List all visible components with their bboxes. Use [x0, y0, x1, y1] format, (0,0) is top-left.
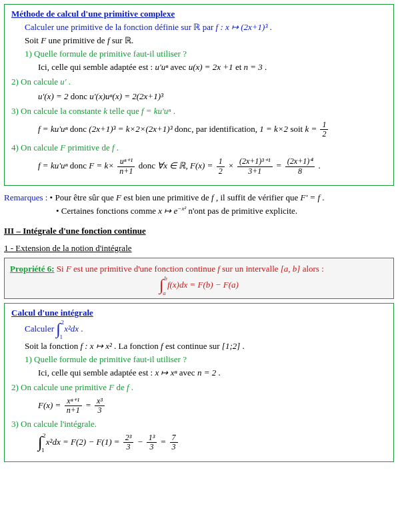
- t: .: [171, 106, 175, 116]
- t: u'(x)uⁿ(x) = 2(2x+1)³: [89, 91, 163, 101]
- int-upper: 2: [43, 432, 46, 439]
- num: 1: [217, 157, 225, 166]
- den: 3: [95, 406, 105, 415]
- t: f : x ↦ (2x+1)³: [216, 22, 268, 32]
- t: • Pour être sûr que: [50, 192, 117, 202]
- int-upper: b: [164, 275, 167, 282]
- t: −: [137, 437, 145, 447]
- t: est bien une primitive de: [121, 192, 211, 202]
- num: uⁿ⁺¹: [117, 157, 135, 166]
- t: Si: [57, 264, 66, 274]
- t: x ↦ e: [158, 206, 177, 216]
- t: F = k×: [89, 160, 114, 170]
- box2-q3: 3) On calcule l'intégrale.: [11, 419, 387, 429]
- t: .: [319, 160, 321, 170]
- frac: 12: [320, 121, 328, 138]
- t: ∀x ∈ ℝ, F(x) =: [157, 160, 213, 170]
- t: n = 2: [197, 368, 216, 378]
- box1-a3: f = ku'uⁿ donc (2x+1)³ = k×2×(2x+1)³ don…: [38, 121, 387, 138]
- frac: x³3: [95, 397, 105, 415]
- t: sur un intervalle: [220, 264, 281, 274]
- t: .: [216, 368, 221, 378]
- integral-icon: ∫ 2 1: [38, 434, 43, 451]
- box2-line1: Calculer ∫ 2 1 x²dx .: [25, 321, 387, 338]
- box2-line2: Soit la fonction f : x ↦ x² . La fonctio…: [25, 341, 387, 352]
- t: une primitive de: [46, 35, 107, 45]
- t: Soit la fonction: [25, 341, 80, 351]
- t: [a, b]: [281, 264, 301, 274]
- t: n'ont pas de primitive explicite.: [186, 206, 297, 216]
- prop6-formula: ∫ b a f(x)dx = F(b) − F(a): [10, 277, 388, 294]
- t: .: [240, 341, 245, 351]
- t: .: [320, 192, 325, 202]
- t: =: [85, 399, 93, 409]
- frac: xⁿ⁺¹n+1: [65, 397, 82, 415]
- t: par: [200, 22, 215, 32]
- t: telle que: [107, 106, 141, 116]
- int-lower: a: [163, 290, 166, 296]
- t: F: [66, 264, 71, 274]
- t: .: [67, 77, 71, 87]
- frac: 73: [170, 433, 178, 451]
- t: donc, par identification,: [173, 124, 260, 134]
- box2-q1: 1) Quelle formule de primitive faut-il u…: [25, 354, 387, 365]
- t: .: [263, 62, 267, 72]
- integral-icon: ∫ 2 1: [56, 321, 61, 338]
- int-lower: 1: [41, 447, 45, 453]
- t: et: [233, 62, 244, 72]
- t: F: [116, 192, 121, 202]
- t: avec: [168, 62, 188, 72]
- box1-q1: 1) Quelle formule de primitive faut-il u…: [25, 49, 387, 59]
- t: u'(x) = 2: [38, 91, 68, 101]
- t: f = ku'uⁿ: [38, 124, 68, 134]
- t: .: [79, 324, 83, 334]
- num: xⁿ⁺¹: [65, 397, 82, 406]
- t: soit: [288, 124, 305, 134]
- den: n+1: [117, 167, 135, 176]
- t: Ici, celle qui semble adaptée est :: [38, 368, 155, 378]
- box2-title: Calcul d'une intégrale: [11, 308, 387, 318]
- int-lower: 1: [59, 334, 63, 340]
- remarks-label: Remarques :: [4, 192, 47, 202]
- t: donc: [68, 124, 89, 134]
- num: (2x+1)⁴: [285, 157, 315, 166]
- t: de: [114, 382, 127, 392]
- t: [1;2]: [222, 341, 240, 351]
- t: 2) On calcule: [11, 77, 60, 87]
- t: F: [109, 382, 114, 392]
- frac: (2x+1)³⁺¹3+1: [237, 157, 273, 175]
- den: 3: [123, 443, 134, 451]
- box1-q2: 2) On calcule u' .: [11, 77, 387, 87]
- box2-a2: F(x) = xⁿ⁺¹n+1 = x³3: [38, 397, 387, 415]
- t: n = 3: [244, 62, 263, 72]
- t: ℝ.: [125, 35, 133, 45]
- t: Ici, celle qui semble adaptée est :: [38, 62, 155, 72]
- section-3-header: III – Intégrale d'une fonction continue: [4, 226, 394, 236]
- box1-title: Méthode de calcul d'une primitive comple…: [11, 9, 387, 19]
- t: donc: [68, 160, 89, 170]
- t: −x²: [177, 204, 186, 211]
- num: 1³: [147, 433, 157, 443]
- box1-q4: 4) On calcule F primitive de f .: [11, 142, 387, 153]
- t: u(x) = 2x +1: [189, 62, 233, 72]
- method-box-integral: Calcul d'une intégrale Calculer ∫ 2 1 x²…: [4, 303, 394, 462]
- t: x ↦ xⁿ: [155, 368, 177, 378]
- t: . La fonction: [112, 341, 161, 351]
- den: 3+1: [237, 167, 273, 176]
- prop6-line: Propriété 6: Si F est une primitive d'un…: [10, 264, 388, 274]
- box1-line1: Calculer une primitive de la fonction dé…: [25, 22, 387, 33]
- t: F(x) =: [38, 399, 61, 409]
- t: sur: [110, 35, 125, 45]
- frac: 12: [217, 157, 225, 175]
- box1-a4: f = ku'uⁿ donc F = k× uⁿ⁺¹n+1 donc ∀x ∈ …: [38, 157, 387, 175]
- t: 3) On calcule la constante: [11, 106, 103, 116]
- prop6-label: Propriété 6:: [10, 264, 55, 274]
- t: F: [41, 35, 46, 45]
- t: .: [129, 382, 134, 392]
- den: 3: [170, 443, 178, 451]
- box2-q2: 2) On calcule une primitive F de f .: [11, 382, 387, 393]
- t: est continue sur: [163, 341, 222, 351]
- t: f = ku'uⁿ: [141, 106, 171, 116]
- t: Calculer une primitive de la fonction dé…: [25, 22, 193, 32]
- t: donc: [139, 160, 158, 170]
